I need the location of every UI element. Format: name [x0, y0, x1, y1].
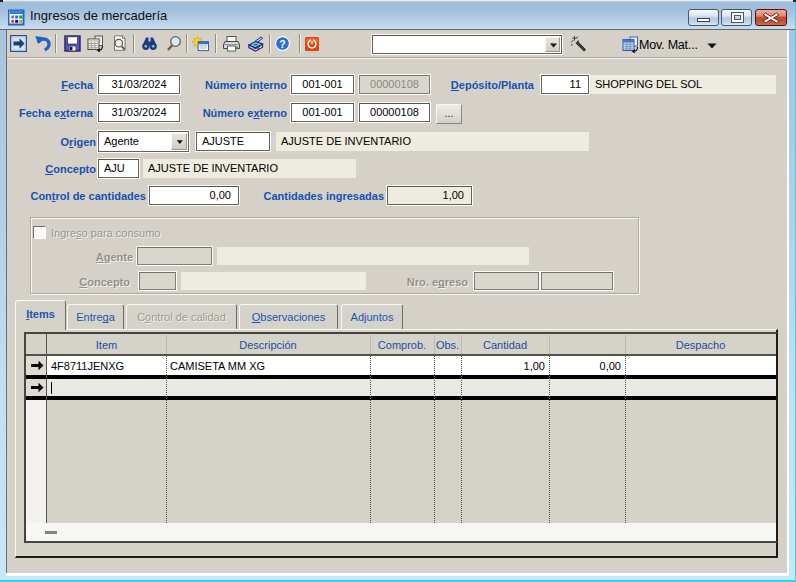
svg-text:?: ? — [279, 38, 285, 50]
